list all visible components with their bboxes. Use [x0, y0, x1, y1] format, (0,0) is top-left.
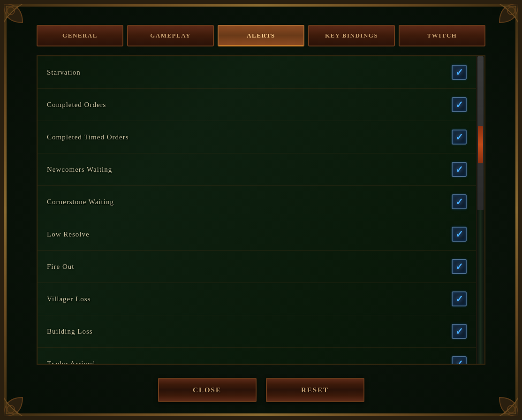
checkmark-cornerstone-waiting: ✓ [455, 197, 463, 206]
checkbox-bg-newcomers-waiting: ✓ [452, 162, 467, 177]
checkmark-starvation: ✓ [455, 68, 463, 77]
alert-label-building-loss: Building Loss [47, 328, 93, 336]
top-border [4, 4, 518, 7]
alert-label-completed-orders: Completed Orders [47, 101, 106, 109]
alert-item-starvation: Starvation✓ [38, 56, 476, 89]
corner-decoration-tr [481, 4, 518, 41]
alert-item-fire-out: Fire Out✓ [38, 251, 476, 283]
checkbox-bg-starvation: ✓ [452, 65, 467, 80]
checkmark-fire-out: ✓ [455, 262, 463, 271]
buttons-container: CLOSE RESET [144, 378, 378, 402]
alert-item-trader-arrived: Trader Arrived✓ [38, 348, 476, 364]
checkbox-newcomers-waiting[interactable]: ✓ [452, 162, 467, 177]
alert-item-low-resolve: Low Resolve✓ [38, 218, 476, 251]
checkmark-newcomers-waiting: ✓ [455, 165, 463, 174]
alert-item-completed-timed-orders: Completed Timed Orders✓ [38, 121, 476, 153]
alert-item-villager-loss: Villager Loss✓ [38, 283, 476, 315]
scrollbar-track[interactable] [476, 56, 484, 364]
checkbox-bg-fire-out: ✓ [452, 259, 467, 274]
alerts-list: Starvation✓Completed Orders✓Completed Ti… [38, 56, 476, 364]
alert-label-newcomers-waiting: Newcomers Waiting [47, 166, 112, 174]
checkmark-trader-arrived: ✓ [455, 359, 463, 364]
alert-label-low-resolve: Low Resolve [47, 230, 90, 238]
alert-label-trader-arrived: Trader Arrived [47, 360, 95, 364]
checkmark-low-resolve: ✓ [455, 229, 463, 239]
content-area: Starvation✓Completed Orders✓Completed Ti… [37, 55, 485, 365]
checkbox-building-loss[interactable]: ✓ [452, 324, 467, 339]
checkmark-completed-orders: ✓ [455, 100, 463, 109]
alert-item-cornerstone-waiting: Cornerstone Waiting✓ [38, 186, 476, 218]
checkmark-building-loss: ✓ [455, 327, 463, 336]
alert-label-cornerstone-waiting: Cornerstone Waiting [47, 198, 114, 206]
checkbox-bg-villager-loss: ✓ [452, 291, 467, 306]
checkbox-starvation[interactable]: ✓ [452, 65, 467, 80]
alert-label-completed-timed-orders: Completed Timed Orders [47, 133, 129, 141]
alert-label-starvation: Starvation [47, 69, 81, 76]
tab-key-bindings[interactable]: KEY BINDINGS [308, 25, 395, 46]
checkbox-low-resolve[interactable]: ✓ [452, 227, 467, 242]
alert-item-newcomers-waiting: Newcomers Waiting✓ [38, 153, 476, 186]
corner-decoration-br [481, 379, 518, 416]
corner-decoration-bl [4, 379, 41, 416]
alert-item-building-loss: Building Loss✓ [38, 315, 476, 348]
bottom-border [4, 413, 518, 416]
alert-label-villager-loss: Villager Loss [47, 295, 91, 303]
tabs-container: GENERALGAMEPLAYALERTSKEY BINDINGSTWITCH [37, 25, 485, 46]
checkbox-fire-out[interactable]: ✓ [452, 259, 467, 274]
checkbox-bg-low-resolve: ✓ [452, 227, 467, 242]
checkbox-bg-building-loss: ✓ [452, 324, 467, 339]
close-button[interactable]: CLOSE [158, 378, 257, 402]
corner-decoration-tl [4, 4, 41, 41]
alert-item-completed-orders: Completed Orders✓ [38, 89, 476, 121]
tab-twitch[interactable]: TWITCH [399, 25, 485, 46]
scrollbar-indicator [478, 126, 483, 163]
outer-frame: GENERALGAMEPLAYALERTSKEY BINDINGSTWITCH … [0, 0, 522, 420]
tab-general[interactable]: GENERAL [37, 25, 123, 46]
left-border [4, 4, 7, 416]
alert-label-fire-out: Fire Out [47, 263, 74, 271]
scrollbar-thumb[interactable] [477, 56, 484, 210]
checkbox-bg-cornerstone-waiting: ✓ [452, 194, 467, 209]
checkbox-completed-orders[interactable]: ✓ [452, 97, 467, 112]
checkbox-cornerstone-waiting[interactable]: ✓ [452, 194, 467, 209]
checkbox-trader-arrived[interactable]: ✓ [452, 356, 467, 364]
tab-alerts[interactable]: ALERTS [218, 25, 304, 46]
checkmark-villager-loss: ✓ [455, 294, 463, 304]
reset-button[interactable]: RESET [266, 378, 364, 402]
checkmark-completed-timed-orders: ✓ [455, 132, 463, 142]
checkbox-bg-completed-orders: ✓ [452, 97, 467, 112]
checkbox-completed-timed-orders[interactable]: ✓ [452, 130, 467, 145]
checkbox-bg-trader-arrived: ✓ [452, 356, 467, 364]
checkbox-villager-loss[interactable]: ✓ [452, 291, 467, 306]
tab-gameplay[interactable]: GAMEPLAY [127, 25, 214, 46]
checkbox-bg-completed-timed-orders: ✓ [452, 130, 467, 145]
right-border [515, 4, 518, 416]
